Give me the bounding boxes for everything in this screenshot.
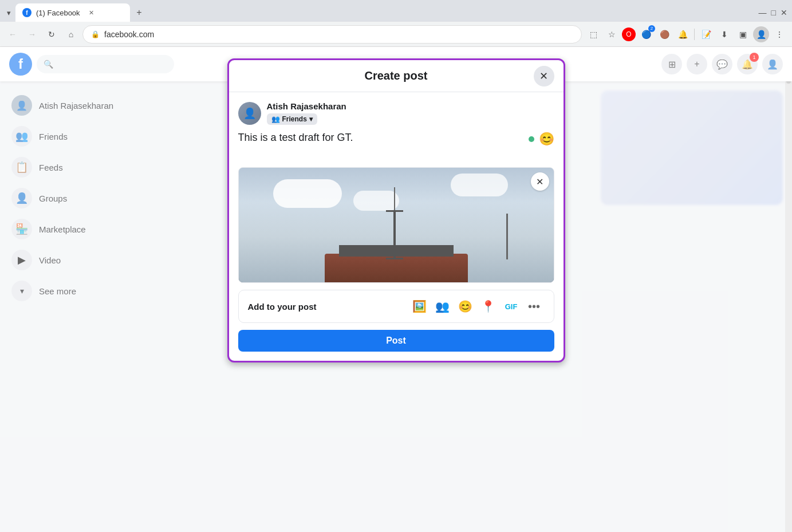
download-button[interactable]: ⬇ xyxy=(716,26,732,42)
tower-structure xyxy=(386,187,403,259)
cloud-2 xyxy=(451,174,508,196)
modal-close-button[interactable]: ✕ xyxy=(534,66,554,86)
add-photo-button[interactable]: 🖼️ xyxy=(409,296,430,317)
notes-button[interactable]: 📝 xyxy=(698,26,714,42)
add-emoji-button[interactable]: 😊 xyxy=(455,296,476,317)
tab-dropdown-icon[interactable]: ▾ xyxy=(5,6,13,19)
feeling-icon: 😊 xyxy=(458,300,472,313)
browser-titlebar: ▾ f (1) Facebook ✕ + — □ ✕ xyxy=(0,0,792,22)
gif-icon: GIF xyxy=(505,302,518,311)
location-icon: 📍 xyxy=(481,300,495,313)
address-bar[interactable]: 🔒 facebook.com xyxy=(82,25,582,44)
post-button[interactable]: Post xyxy=(238,330,554,352)
new-tab-button[interactable]: + xyxy=(132,6,146,19)
post-author-avatar: 👤 xyxy=(238,102,261,125)
audience-dropdown-icon: ▾ xyxy=(309,115,313,123)
browser-tab[interactable]: f (1) Facebook ✕ xyxy=(15,3,130,22)
modal-overlay[interactable]: Create post ✕ 👤 Atish Rajasekharan 👥 Fri… xyxy=(0,47,792,532)
post-author-info: Atish Rajasekharan 👥 Friends ▾ xyxy=(267,101,346,125)
more-options-button[interactable]: ••• xyxy=(524,296,545,317)
browser-window: ▾ f (1) Facebook ✕ + — □ ✕ ← → ↻ ⌂ 🔒 fac… xyxy=(0,0,792,47)
antenna xyxy=(394,187,395,210)
audience-people-icon: 👥 xyxy=(271,115,280,123)
cloud-1 xyxy=(273,179,342,208)
photo-icon: 🖼️ xyxy=(412,300,427,313)
sidebar-button[interactable]: ▣ xyxy=(735,26,751,42)
extension-badge[interactable]: 🔵 2 xyxy=(638,26,654,42)
tab-favicon: f xyxy=(22,8,31,17)
window-minimize-button[interactable]: — xyxy=(759,8,767,17)
window-close-button[interactable]: ✕ xyxy=(781,8,787,17)
profile-button[interactable]: 👤 xyxy=(753,26,769,42)
extension-icon3[interactable]: 🔔 xyxy=(675,26,691,42)
remove-icon: ✕ xyxy=(536,176,543,187)
post-text-content: This is a test draft for GT. xyxy=(238,132,353,144)
emoji-picker-icon[interactable]: 😊 xyxy=(539,132,554,147)
post-author-name: Atish Rajasekharan xyxy=(267,101,346,111)
bookmark-button[interactable]: ☆ xyxy=(604,26,620,42)
audience-label: Friends xyxy=(282,115,307,123)
security-icon: 🔒 xyxy=(91,30,100,38)
extension-opera[interactable]: O xyxy=(622,27,636,41)
browser-actions: ⬚ ☆ O 🔵 2 🟤 🔔 📝 ⬇ ▣ 👤 ⋮ xyxy=(585,26,787,42)
create-post-modal: Create post ✕ 👤 Atish Rajasekharan 👥 Fri… xyxy=(227,58,565,362)
browser-controls: ← → ↻ ⌂ 🔒 facebook.com ⬚ ☆ O 🔵 2 🟤 🔔 📝 ⬇… xyxy=(0,22,792,47)
cast-button[interactable]: ⬚ xyxy=(585,26,601,42)
window-maximize-button[interactable]: □ xyxy=(771,8,776,17)
modal-title: Create post xyxy=(364,69,427,82)
tab-title: (1) Facebook xyxy=(36,9,80,17)
add-location-button[interactable]: 📍 xyxy=(478,296,499,317)
tower-crossbar-bottom xyxy=(386,258,403,259)
green-dot-indicator xyxy=(529,136,534,142)
post-author-row: 👤 Atish Rajasekharan 👥 Friends ▾ xyxy=(238,101,554,125)
modal-body: 👤 Atish Rajasekharan 👥 Friends ▾ This is… xyxy=(229,92,564,361)
back-button[interactable]: ← xyxy=(5,26,21,42)
tower-pole xyxy=(393,212,396,258)
add-to-post-label: Add to your post xyxy=(248,302,317,312)
post-image xyxy=(239,168,554,282)
extension-icon2[interactable]: 🟤 xyxy=(656,26,672,42)
tag-people-button[interactable]: 👥 xyxy=(432,296,453,317)
home-button[interactable]: ⌂ xyxy=(63,26,79,42)
divider xyxy=(694,29,695,40)
post-text-icons: 😊 xyxy=(529,132,554,147)
url-text: facebook.com xyxy=(104,30,154,39)
modal-header: Create post ✕ xyxy=(229,60,564,92)
add-to-post-icons: 🖼️ 👥 😊 📍 GIF ••• xyxy=(409,296,545,317)
post-text-area[interactable]: This is a test draft for GT. 😊 xyxy=(238,132,554,160)
right-post xyxy=(506,214,508,259)
tab-close-button[interactable]: ✕ xyxy=(87,8,96,17)
refresh-button[interactable]: ↻ xyxy=(44,26,60,42)
post-image-container: ✕ xyxy=(238,167,554,283)
tag-icon: 👥 xyxy=(435,300,450,313)
menu-button[interactable]: ⋮ xyxy=(771,26,787,42)
forward-button[interactable]: → xyxy=(24,26,40,42)
close-icon: ✕ xyxy=(539,70,548,82)
more-icon: ••• xyxy=(528,300,540,313)
image-remove-button[interactable]: ✕ xyxy=(531,172,549,191)
add-gif-button[interactable]: GIF xyxy=(501,296,522,317)
post-audience-button[interactable]: 👥 Friends ▾ xyxy=(267,113,317,125)
add-to-post-bar: Add to your post 🖼️ 👥 😊 📍 GI xyxy=(238,290,554,323)
